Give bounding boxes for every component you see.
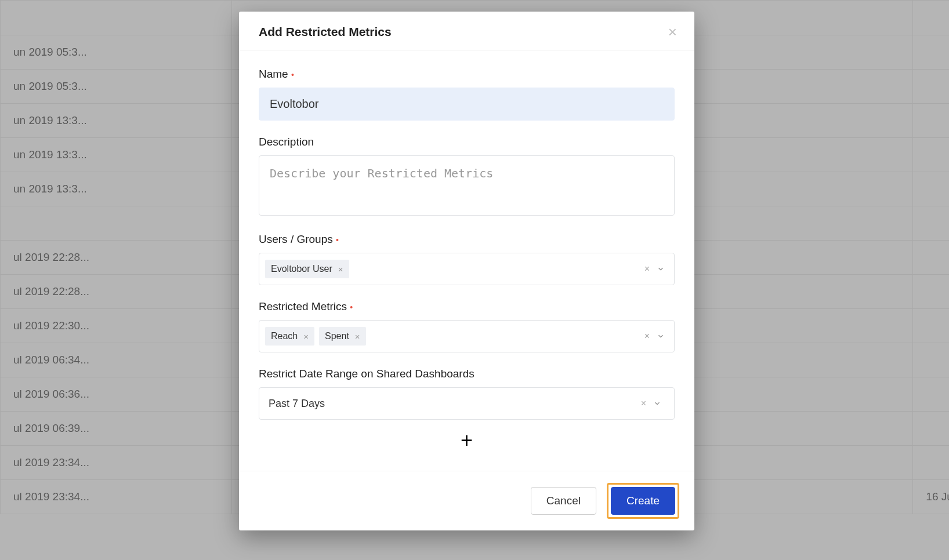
remove-chip-icon[interactable]: × [355,332,360,341]
add-restricted-metrics-modal: Add Restricted Metrics × Name • Descript… [239,12,694,530]
name-field: Name • [259,68,675,121]
description-field: Description [259,136,675,218]
chevron-down-icon[interactable] [657,265,665,273]
required-indicator: • [336,235,339,245]
chevron-down-icon[interactable] [657,332,665,340]
modal-header: Add Restricted Metrics × [239,12,694,50]
remove-chip-icon[interactable]: × [303,332,309,341]
modal-title: Add Restricted Metrics [259,25,392,39]
restricted-metrics-select[interactable]: Reach × Spent × × [259,320,675,352]
create-button-highlight: Create [607,483,679,519]
date-range-field: Restrict Date Range on Shared Dashboards… [259,368,675,420]
date-range-select[interactable]: Past 7 Days × [259,387,675,420]
name-label: Name • [259,68,675,81]
metric-chip: Spent × [319,327,366,346]
plus-icon[interactable]: + [461,428,473,452]
clear-select-icon[interactable]: × [644,264,650,274]
required-indicator: • [291,70,294,79]
close-icon[interactable]: × [668,24,677,39]
description-input[interactable] [259,155,675,216]
chevron-down-icon[interactable] [653,399,661,408]
clear-select-icon[interactable]: × [641,398,646,409]
description-label: Description [259,136,675,148]
date-range-value: Past 7 Days [269,398,641,410]
modal-body: Name • Description Users / Groups • Evol… [239,50,694,471]
restricted-metrics-label: Restricted Metrics • [259,300,675,313]
remove-chip-icon[interactable]: × [338,264,343,274]
name-input[interactable] [259,88,675,121]
chip-label: Evoltobor User [271,264,332,274]
date-range-label: Restrict Date Range on Shared Dashboards [259,368,675,380]
user-chip: Evoltobor User × [265,260,349,278]
modal-footer: Cancel Create [239,471,694,530]
required-indicator: • [350,303,353,312]
cancel-button[interactable]: Cancel [531,487,596,515]
metric-chip: Reach × [265,327,314,346]
restricted-metrics-field: Restricted Metrics • Reach × Spent × × [259,300,675,352]
clear-select-icon[interactable]: × [644,331,650,341]
users-groups-label: Users / Groups • [259,233,675,246]
users-groups-field: Users / Groups • Evoltobor User × × [259,233,675,285]
users-groups-select[interactable]: Evoltobor User × × [259,253,675,285]
create-button[interactable]: Create [611,487,675,515]
chip-label: Spent [325,331,349,341]
add-row: + [259,428,675,461]
chip-label: Reach [271,331,298,341]
